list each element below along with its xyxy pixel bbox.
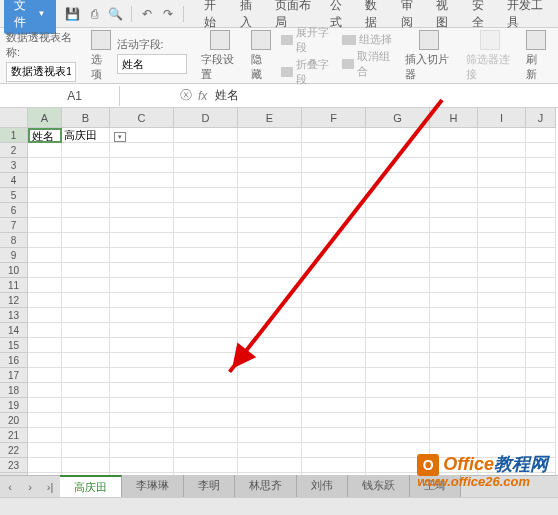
redo-icon[interactable]: ↷ bbox=[161, 5, 177, 23]
cell[interactable] bbox=[238, 413, 302, 428]
cell[interactable] bbox=[430, 293, 478, 308]
cell[interactable] bbox=[526, 203, 556, 218]
column-header[interactable]: H bbox=[430, 108, 478, 128]
cell[interactable] bbox=[174, 443, 238, 458]
column-header[interactable]: A bbox=[28, 108, 62, 128]
cell[interactable] bbox=[174, 278, 238, 293]
cell[interactable] bbox=[28, 143, 62, 158]
column-header[interactable]: B bbox=[62, 108, 110, 128]
row-header[interactable]: 18 bbox=[0, 383, 28, 398]
cell[interactable] bbox=[430, 413, 478, 428]
cell[interactable] bbox=[28, 278, 62, 293]
cell[interactable] bbox=[302, 338, 366, 353]
cell[interactable] bbox=[174, 368, 238, 383]
cell[interactable] bbox=[62, 413, 110, 428]
cell[interactable] bbox=[526, 458, 556, 473]
cell[interactable] bbox=[430, 383, 478, 398]
cell[interactable] bbox=[174, 293, 238, 308]
cell[interactable] bbox=[110, 188, 174, 203]
cell[interactable] bbox=[302, 263, 366, 278]
sheet-tab[interactable]: 王琦 bbox=[410, 475, 461, 498]
cell[interactable] bbox=[28, 413, 62, 428]
cell[interactable] bbox=[430, 278, 478, 293]
cell[interactable] bbox=[28, 443, 62, 458]
cell[interactable] bbox=[28, 398, 62, 413]
row-header[interactable]: 22 bbox=[0, 443, 28, 458]
cell[interactable] bbox=[366, 203, 430, 218]
cell[interactable] bbox=[174, 173, 238, 188]
row-header[interactable]: 16 bbox=[0, 353, 28, 368]
cell[interactable] bbox=[302, 188, 366, 203]
cell[interactable] bbox=[478, 353, 526, 368]
cell[interactable] bbox=[478, 413, 526, 428]
cell[interactable] bbox=[28, 383, 62, 398]
cell[interactable] bbox=[174, 323, 238, 338]
row-header[interactable]: 12 bbox=[0, 293, 28, 308]
cell[interactable] bbox=[366, 188, 430, 203]
cell[interactable] bbox=[478, 443, 526, 458]
cell[interactable] bbox=[526, 293, 556, 308]
preview-icon[interactable]: 🔍 bbox=[108, 5, 124, 23]
cell[interactable] bbox=[28, 263, 62, 278]
cell[interactable] bbox=[526, 353, 556, 368]
cell[interactable] bbox=[366, 413, 430, 428]
cell[interactable] bbox=[174, 128, 238, 143]
cell[interactable] bbox=[62, 398, 110, 413]
cell[interactable] bbox=[28, 338, 62, 353]
select-all-corner[interactable] bbox=[0, 108, 28, 128]
cell[interactable] bbox=[238, 338, 302, 353]
cell[interactable] bbox=[110, 323, 174, 338]
cell[interactable] bbox=[174, 353, 238, 368]
cell[interactable] bbox=[478, 383, 526, 398]
cell[interactable] bbox=[366, 428, 430, 443]
cell[interactable] bbox=[238, 128, 302, 143]
cell[interactable] bbox=[110, 233, 174, 248]
cell[interactable] bbox=[526, 338, 556, 353]
cell[interactable] bbox=[366, 353, 430, 368]
cell[interactable] bbox=[526, 443, 556, 458]
cell[interactable] bbox=[62, 368, 110, 383]
cell[interactable] bbox=[28, 203, 62, 218]
cell[interactable] bbox=[28, 323, 62, 338]
cell[interactable] bbox=[526, 398, 556, 413]
cell[interactable] bbox=[526, 383, 556, 398]
cell[interactable] bbox=[238, 293, 302, 308]
cell[interactable] bbox=[430, 203, 478, 218]
cell[interactable] bbox=[62, 308, 110, 323]
cell[interactable] bbox=[238, 458, 302, 473]
cell[interactable] bbox=[430, 128, 478, 143]
cell[interactable] bbox=[478, 308, 526, 323]
cell[interactable] bbox=[238, 428, 302, 443]
cell[interactable] bbox=[478, 233, 526, 248]
cell[interactable] bbox=[478, 278, 526, 293]
cell[interactable] bbox=[28, 218, 62, 233]
cell[interactable] bbox=[62, 233, 110, 248]
cell[interactable] bbox=[238, 368, 302, 383]
cell[interactable] bbox=[174, 308, 238, 323]
cell[interactable]: 高庆田 bbox=[62, 128, 110, 143]
row-header[interactable]: 5 bbox=[0, 188, 28, 203]
column-header[interactable]: D bbox=[174, 108, 238, 128]
cell[interactable] bbox=[430, 188, 478, 203]
cell[interactable] bbox=[430, 308, 478, 323]
cell[interactable] bbox=[62, 248, 110, 263]
cell[interactable]: 姓名 bbox=[28, 128, 62, 143]
cell[interactable] bbox=[238, 143, 302, 158]
cell[interactable] bbox=[366, 263, 430, 278]
row-header[interactable]: 3 bbox=[0, 158, 28, 173]
cell[interactable] bbox=[526, 188, 556, 203]
cell[interactable] bbox=[430, 458, 478, 473]
row-header[interactable]: 7 bbox=[0, 218, 28, 233]
column-header[interactable]: J bbox=[526, 108, 556, 128]
cell[interactable] bbox=[62, 143, 110, 158]
cell[interactable] bbox=[174, 233, 238, 248]
cell[interactable] bbox=[62, 323, 110, 338]
cell[interactable] bbox=[430, 443, 478, 458]
row-header[interactable]: 21 bbox=[0, 428, 28, 443]
cell[interactable] bbox=[478, 188, 526, 203]
collapse-field-button[interactable]: 折叠字段 bbox=[281, 57, 334, 87]
cell[interactable] bbox=[238, 353, 302, 368]
cell[interactable] bbox=[302, 323, 366, 338]
cell[interactable] bbox=[110, 308, 174, 323]
row-header[interactable]: 10 bbox=[0, 263, 28, 278]
